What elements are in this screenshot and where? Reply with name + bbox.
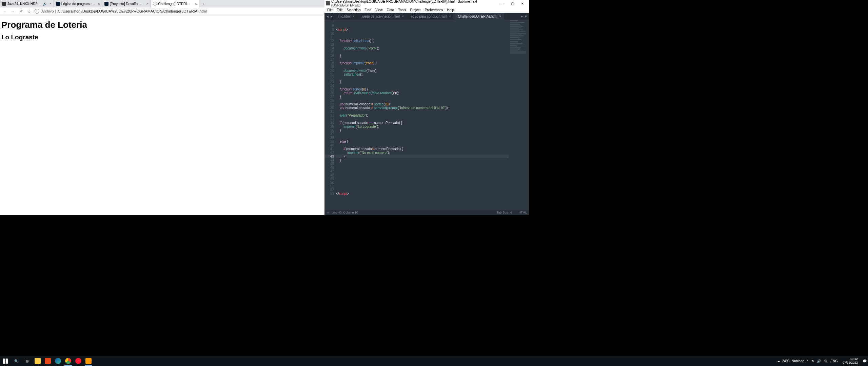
menu-selection[interactable]: Selection xyxy=(344,8,362,12)
page-h2: Lo Lograste xyxy=(1,34,323,41)
window-title: C:\Users\jhonl\Desktop\LOGICA DE PROGRAM… xyxy=(331,0,497,7)
code-area[interactable]: <script> function saltarLinea() { docume… xyxy=(336,20,509,210)
weather-icon: ☁ xyxy=(777,359,780,363)
clock[interactable]: 19:12 07/12/2022 xyxy=(841,357,860,365)
tray-chevron-icon[interactable]: ˄ xyxy=(807,359,809,363)
tab-title: juego de adivinacion.html xyxy=(361,15,400,18)
reload-button[interactable]: ⟳ xyxy=(18,8,24,14)
battery-icon[interactable]: 🔌 xyxy=(824,359,828,363)
menu-tools[interactable]: Tools xyxy=(396,8,408,12)
chrome-tab-0[interactable]: Jazz24, KNKX-HD2 88.5 FM 🔊 × xyxy=(0,0,54,7)
sublime-app[interactable] xyxy=(83,356,94,366)
tab-close-button[interactable]: × xyxy=(402,15,403,18)
menu-preferences[interactable]: Preferences xyxy=(423,8,445,12)
explorer-icon xyxy=(35,358,41,364)
alura-icon xyxy=(56,2,60,6)
menu-project[interactable]: Project xyxy=(408,8,423,12)
opera-app[interactable] xyxy=(73,356,83,366)
office-app[interactable] xyxy=(43,356,53,366)
addr-prefix: Archivo | xyxy=(41,9,56,13)
tab-title: Jazz24, KNKX-HD2 88.5 FM xyxy=(7,2,41,6)
page-content: Programa de Loteria Lo Lograste xyxy=(0,15,324,215)
edge-app[interactable] xyxy=(53,356,63,366)
office-icon xyxy=(45,358,51,364)
menu-file[interactable]: File xyxy=(325,8,335,12)
tab-fwd-button[interactable]: ► xyxy=(330,15,333,18)
tab-menu-button[interactable]: ▼ xyxy=(524,15,528,18)
volume-icon[interactable]: 🔊 xyxy=(817,359,821,363)
tab-controls: + ▼ xyxy=(519,13,529,20)
page-h1: Programa de Loteria xyxy=(1,20,323,30)
windows-icon xyxy=(3,359,8,364)
radio-icon xyxy=(2,2,6,6)
chrome-window: Jazz24, KNKX-HD2 88.5 FM 🔊 × Lógica de p… xyxy=(0,0,324,215)
edge-icon xyxy=(55,358,61,364)
tab-close-button[interactable]: × xyxy=(353,15,354,18)
start-button[interactable] xyxy=(0,356,11,366)
menu-help[interactable]: Help xyxy=(445,8,456,12)
notifications-icon[interactable]: 💬 xyxy=(863,359,867,363)
speaker-icon[interactable]: 🔊 xyxy=(43,2,47,6)
tab-close-button[interactable]: × xyxy=(195,2,197,6)
chrome-tab-3[interactable]: Challenge(LOTERIA).html × xyxy=(151,0,199,7)
menu-find[interactable]: Find xyxy=(363,8,373,12)
sublime-statusbar: ▭ Line 43, Column 10 Tab Size: 4 HTML xyxy=(324,210,529,215)
explorer-app[interactable] xyxy=(33,356,43,366)
search-button[interactable]: 🔍 xyxy=(11,356,22,366)
home-button[interactable]: ⌂ xyxy=(26,8,32,14)
sublime-tab-2[interactable]: edad para conducir.html × xyxy=(407,13,454,20)
tab-close-button[interactable]: × xyxy=(499,15,501,18)
sublime-tab-0[interactable]: imc.html × xyxy=(335,13,358,20)
weather-desc: Nublado xyxy=(792,359,804,363)
menu-view[interactable]: View xyxy=(373,8,385,12)
menu-goto[interactable]: Goto xyxy=(384,8,396,12)
minimap[interactable] xyxy=(509,20,529,210)
weather-widget[interactable]: ☁ 24°C Nublado xyxy=(777,359,805,363)
new-tab-button[interactable]: + xyxy=(521,15,523,18)
status-icon[interactable]: ▭ xyxy=(327,211,330,214)
addr-path: C:/Users/jhonl/Desktop/LOGICA%20DE%20PRO… xyxy=(58,9,207,13)
tab-close-button[interactable]: × xyxy=(50,2,52,6)
windows-taskbar: 🔍 ⊞ ☁ 24°C Nublado ˄ ⇅ 🔊 🔌 ENG 19:12 07/… xyxy=(0,356,868,366)
file-icon xyxy=(153,2,157,6)
sublime-icon xyxy=(326,1,330,5)
close-button[interactable]: ✕ xyxy=(517,0,528,7)
tab-title: Challenge(LOTERIA).html xyxy=(458,15,497,18)
forward-button[interactable]: → xyxy=(10,8,16,14)
tab-title: [Proyecto] Desafío Lotería | Lóg xyxy=(110,2,144,6)
sublime-tab-3[interactable]: Challenge(LOTERIA).html × xyxy=(454,13,505,20)
tab-back-button[interactable]: ◄ xyxy=(326,15,329,18)
clock-time: 19:12 xyxy=(843,357,858,361)
indent-setting[interactable]: Tab Size: 4 xyxy=(497,211,512,214)
sublime-tab-1[interactable]: juego de adivinacion.html × xyxy=(358,13,407,20)
line-gutter[interactable]: 7891011121314151617181920212223242526272… xyxy=(324,20,336,210)
language-indicator[interactable]: ENG xyxy=(830,359,838,363)
site-info-icon[interactable]: i xyxy=(35,9,39,14)
tab-close-button[interactable]: × xyxy=(146,2,149,6)
sublime-menubar: File Edit Selection Find View Goto Tools… xyxy=(324,7,529,13)
back-button[interactable]: ← xyxy=(2,8,7,14)
chrome-tabstrip: Jazz24, KNKX-HD2 88.5 FM 🔊 × Lógica de p… xyxy=(0,0,324,7)
task-view-button[interactable]: ⊞ xyxy=(22,356,33,366)
chrome-tab-1[interactable]: Lógica de programación: Conce × xyxy=(54,0,102,7)
syntax-setting[interactable]: HTML xyxy=(519,211,527,214)
address-bar[interactable]: i Archivo | C:/Users/jhonl/Desktop/LOGIC… xyxy=(35,9,322,14)
menu-edit[interactable]: Edit xyxy=(335,8,344,12)
chrome-tab-2[interactable]: [Proyecto] Desafío Lotería | Lóg × xyxy=(102,0,151,7)
network-icon[interactable]: ⇅ xyxy=(811,359,814,363)
chrome-app[interactable] xyxy=(63,356,73,366)
sublime-tabstrip: ◄ ► imc.html × juego de adivinacion.html… xyxy=(324,13,529,20)
tab-history: ◄ ► xyxy=(324,13,335,20)
cursor-position[interactable]: Line 43, Column 10 xyxy=(332,211,358,214)
tab-close-button[interactable]: × xyxy=(449,15,451,18)
minimize-button[interactable]: — xyxy=(497,0,507,7)
chrome-icon xyxy=(65,358,71,364)
sublime-window: C:\Users\jhonl\Desktop\LOGICA DE PROGRAM… xyxy=(324,0,529,215)
chrome-toolbar: ← → ⟳ ⌂ i Archivo | C:/Users/jhonl/Deskt… xyxy=(0,7,324,15)
tab-close-button[interactable]: × xyxy=(98,2,100,6)
tab-title: edad para conducir.html xyxy=(411,15,447,18)
sublime-titlebar[interactable]: C:\Users\jhonl\Desktop\LOGICA DE PROGRAM… xyxy=(324,0,529,7)
new-tab-button[interactable]: + xyxy=(199,0,207,7)
sublime-icon xyxy=(85,358,92,364)
maximize-button[interactable]: ▢ xyxy=(507,0,517,7)
